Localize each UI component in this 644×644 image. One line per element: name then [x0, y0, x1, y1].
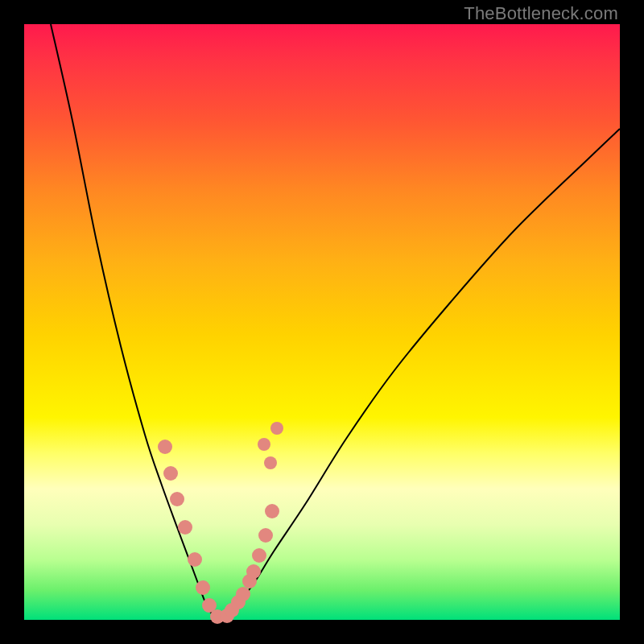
- marker-dot: [188, 552, 202, 567]
- marker-dot: [170, 492, 184, 506]
- marker-dot: [178, 520, 192, 535]
- marker-dot: [196, 580, 210, 595]
- chart-frame: TheBottleneck.com: [0, 0, 644, 644]
- marker-dot: [252, 548, 266, 563]
- watermark-text: TheBottleneck.com: [464, 3, 618, 24]
- marker-dot: [246, 564, 261, 579]
- marker-dot: [158, 440, 172, 454]
- curve-right: [216, 129, 620, 618]
- marker-dot: [258, 528, 273, 543]
- marker-dot: [163, 466, 178, 481]
- marker-dot: [270, 422, 283, 435]
- marker-dot: [264, 456, 277, 469]
- markers-left: [158, 440, 225, 624]
- marker-dot: [265, 504, 279, 518]
- marker-dot: [258, 438, 270, 451]
- markers-right: [220, 504, 279, 623]
- marker-dot: [236, 587, 250, 601]
- markers-right-upper: [258, 422, 283, 469]
- curve-layer: [24, 24, 620, 620]
